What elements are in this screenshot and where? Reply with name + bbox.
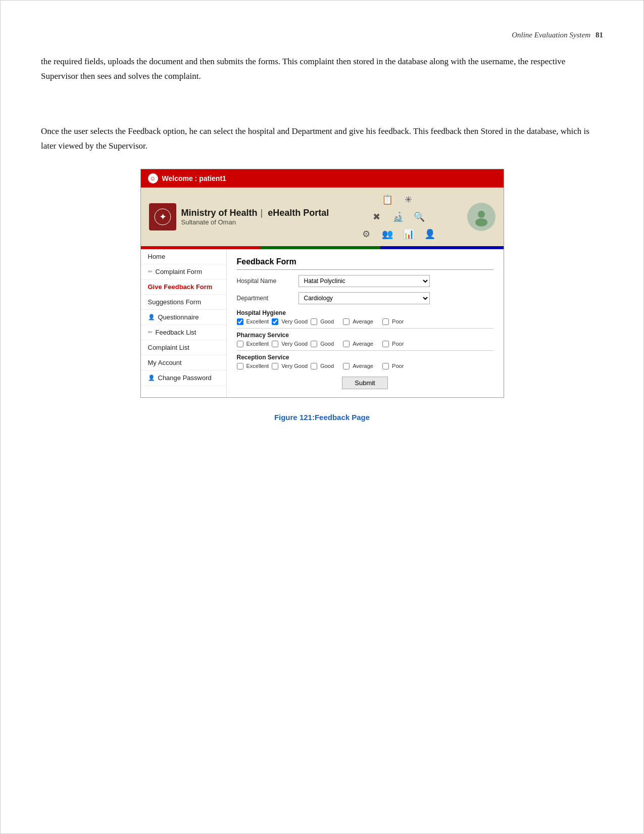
sidebar-item-complaint-list[interactable]: Complaint List (141, 340, 226, 355)
app-topbar: ☺ Welcome : patient1 (141, 169, 504, 188)
department-select[interactable]: Cardiology (299, 292, 430, 304)
pharmacy-good-cb[interactable] (311, 341, 317, 347)
pharmacy-poor-label: Poor (392, 341, 404, 347)
pharmacy-average-cb[interactable] (343, 341, 350, 347)
portal-title-block: Ministry of Health | eHealth Portal Sult… (181, 208, 329, 226)
flask-icon: 🔬 (391, 210, 405, 224)
form-title: Feedback Form (237, 257, 493, 270)
reception-average-cb[interactable] (343, 363, 350, 369)
sidebar-label-feedback: Give Feedback Form (148, 283, 213, 291)
sidebar: Home ✏ Complaint Form Give Feedback Form… (141, 249, 227, 397)
welcome-text: Welcome : patient1 (162, 174, 226, 182)
pharmacy-verygood-cb[interactable] (272, 341, 278, 347)
portal-logo: ✦ (149, 203, 176, 230)
pencil-icon-1: ✏ (148, 268, 153, 275)
pharmacy-verygood-label: Very Good (281, 341, 308, 347)
reception-poor-cb[interactable] (382, 363, 389, 369)
reception-good-cb[interactable] (311, 363, 317, 369)
section-reception-title: Reception Service (237, 354, 493, 361)
pharmacy-poor-cb[interactable] (382, 341, 389, 347)
portal-icons-center: 📋 ✳ ✖ 🔬 🔍 ⚙ 👥 📊 👤 (359, 193, 437, 241)
submit-button[interactable]: Submit (342, 377, 387, 389)
page-number: 81 (596, 31, 603, 39)
portal-left: ✦ Ministry of Health | eHealth Portal Su… (149, 203, 329, 230)
reception-excellent-cb[interactable] (237, 363, 243, 369)
hygiene-verygood-label: Very Good (281, 318, 308, 325)
ehealth-portal: eHealth Portal (268, 208, 329, 218)
hygiene-ratings: Excellent Very Good Good Average Poor (237, 318, 493, 325)
settings-icon: ⚙ (359, 227, 373, 241)
clipboard-icon: 📋 (380, 193, 394, 207)
reception-poor-label: Poor (392, 363, 404, 369)
hospital-select[interactable]: Hatat Polyclinic (299, 275, 430, 287)
ministry-name: Ministry of Health (181, 208, 258, 218)
pharmacy-excellent-label: Excellent (246, 341, 269, 347)
department-row: Department Cardiology (237, 292, 493, 304)
portal-icons-mid-row: ✖ 🔬 🔍 (370, 210, 426, 224)
pharmacy-ratings: Excellent Very Good Good Average Poor (237, 341, 493, 347)
reception-verygood-cb[interactable] (272, 363, 278, 369)
chart-icon: 📊 (402, 227, 416, 241)
people-icon: 👥 (380, 227, 394, 241)
pharmacy-excellent-cb[interactable] (237, 341, 243, 347)
reception-ratings: Excellent Very Good Good Average Poor (237, 363, 493, 369)
sidebar-item-change-password[interactable]: 👤 Change Password (141, 370, 226, 386)
spacer-1 (41, 94, 603, 124)
portal-avatar (467, 203, 496, 231)
hygiene-average-label: Average (353, 318, 373, 325)
body-paragraph-2: Once the user selects the Feedback optio… (41, 124, 603, 154)
hygiene-poor-cb[interactable] (382, 318, 389, 325)
sidebar-label-change-password: Change Password (158, 374, 212, 382)
reception-good-label: Good (320, 363, 334, 369)
page-title: Online Evaluation System (512, 31, 590, 39)
pencil-icon-2: ✏ (148, 329, 153, 336)
reception-excellent-label: Excellent (246, 363, 269, 369)
sidebar-item-my-account[interactable]: My Account (141, 355, 226, 370)
sidebar-label-my-account: My Account (148, 359, 182, 366)
medical-cross-icon: ✳ (402, 193, 416, 207)
hospital-row: Hospital Name Hatat Polyclinic (237, 275, 493, 287)
feedback-form-area: Feedback Form Hospital Name Hatat Polycl… (227, 249, 504, 397)
sidebar-label-feedback-list: Feedback List (156, 329, 196, 336)
user2-icon: 👤 (423, 227, 437, 241)
sidebar-item-home[interactable]: Home (141, 249, 226, 264)
body-paragraph-1: the required fields, uploads the documen… (41, 55, 603, 84)
hygiene-poor-label: Poor (392, 318, 404, 325)
reception-verygood-label: Very Good (281, 363, 308, 369)
figure-caption: Figure 121:Feedback Page (41, 413, 603, 422)
hospital-label: Hospital Name (237, 277, 292, 285)
reception-average-label: Average (353, 363, 373, 369)
sidebar-item-suggestions[interactable]: Suggestions Form (141, 295, 226, 310)
department-label: Department (237, 295, 292, 302)
divider-1 (237, 328, 493, 329)
portal-icons-top-row: 📋 ✳ (380, 193, 416, 207)
sidebar-label-questionnaire: Questionnaire (158, 313, 199, 321)
sidebar-item-questionnaire[interactable]: 👤 Questionnaire (141, 310, 226, 325)
sidebar-item-feedback-form[interactable]: Give Feedback Form (141, 280, 226, 295)
hygiene-good-cb[interactable] (311, 318, 317, 325)
sultanate: Sultanate of Oman (181, 218, 329, 226)
person-icon-2: 👤 (148, 375, 155, 381)
sidebar-item-complaint-form[interactable]: ✏ Complaint Form (141, 264, 226, 280)
search-icon: 🔍 (412, 210, 426, 224)
app-main: Home ✏ Complaint Form Give Feedback Form… (141, 249, 504, 397)
page-header: Online Evaluation System 81 (41, 31, 603, 39)
svg-point-3 (478, 211, 485, 218)
person-icon-1: 👤 (148, 314, 155, 320)
divider-2 (237, 350, 493, 351)
hygiene-excellent-label: Excellent (246, 318, 269, 325)
submit-row: Submit (237, 377, 493, 389)
screenshot-container: ☺ Welcome : patient1 ✦ Ministry of Healt… (140, 169, 504, 398)
svg-text:✦: ✦ (159, 212, 166, 222)
sidebar-label-home: Home (148, 253, 166, 260)
section-hygiene-title: Hospital Hygiene (237, 309, 493, 316)
sidebar-label-complaint-list: Complaint List (148, 344, 189, 351)
hygiene-average-cb[interactable] (343, 318, 350, 325)
portal-icons-bot-row: ⚙ 👥 📊 👤 (359, 227, 437, 241)
page: Online Evaluation System 81 the required… (0, 0, 644, 834)
hygiene-verygood-cb[interactable] (272, 318, 278, 325)
hygiene-excellent-cb[interactable] (237, 318, 243, 325)
sidebar-item-feedback-list[interactable]: ✏ Feedback List (141, 325, 226, 340)
x-icon: ✖ (370, 210, 384, 224)
portal-header: ✦ Ministry of Health | eHealth Portal Su… (141, 188, 504, 246)
